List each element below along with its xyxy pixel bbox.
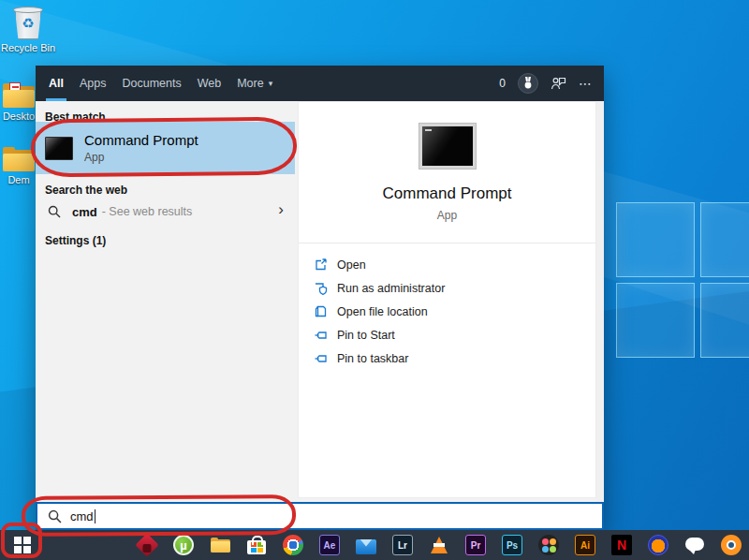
- desktop-icon-label: Recycle Bin: [1, 42, 55, 53]
- result-title: Command Prompt: [84, 132, 198, 148]
- detail-title: Command Prompt: [383, 184, 512, 203]
- wallpaper-windows-logo: [610, 199, 749, 358]
- action-run-as-administrator[interactable]: Run as administrator: [314, 276, 595, 300]
- cyberlink-icon[interactable]: [136, 534, 158, 556]
- tab-documents[interactable]: Documents: [122, 66, 181, 101]
- search-tabs-bar: All Apps Documents Web More ▾ 0 ⋯: [36, 66, 604, 101]
- desktop-icon-label: Deskto: [3, 111, 35, 122]
- music-app-icon[interactable]: [647, 534, 669, 556]
- more-options-icon[interactable]: ⋯: [579, 76, 593, 91]
- action-open-file-location[interactable]: Open file location: [314, 300, 595, 323]
- action-pin-to-taskbar[interactable]: Pin to taskbar: [314, 346, 595, 370]
- search-icon: [48, 205, 61, 218]
- text-cursor: [95, 509, 95, 523]
- action-pin-to-start[interactable]: Pin to Start: [314, 323, 595, 346]
- taskbar-apps: µ Ae Lr Pr Ps Ai N: [136, 530, 742, 560]
- mail-icon[interactable]: [355, 534, 377, 556]
- folder-location-icon: [314, 304, 328, 318]
- open-icon: [314, 258, 328, 272]
- chat-app-icon[interactable]: [683, 534, 706, 556]
- recycle-bin-icon: ♻: [12, 5, 44, 40]
- rewards-points-count: 0: [499, 77, 506, 90]
- start-search-panel: All Apps Documents Web More ▾ 0 ⋯ Best m…: [36, 66, 604, 530]
- detail-subtitle: App: [437, 209, 457, 222]
- web-query-suffix: - See web results: [102, 205, 193, 218]
- search-input[interactable]: cmd: [36, 502, 604, 530]
- desktop-icon-label: Dem: [7, 174, 29, 185]
- web-search-result[interactable]: cmd - See web results ›: [36, 197, 295, 227]
- best-match-result-command-prompt[interactable]: Command Prompt App: [36, 122, 295, 174]
- search-the-web-heading: Search the web: [45, 184, 127, 197]
- action-open[interactable]: Open: [314, 253, 595, 276]
- utorrent-icon[interactable]: µ: [172, 534, 195, 556]
- windows-logo-icon: [14, 537, 31, 553]
- after-effects-icon[interactable]: Ae: [318, 534, 341, 556]
- search-icon: [48, 509, 62, 523]
- start-button[interactable]: [8, 530, 37, 560]
- folder-with-pdf-icon: [2, 82, 36, 109]
- photoshop-icon[interactable]: Ps: [501, 534, 523, 556]
- windows-desktop: ♻ Recycle Bin Deskto Dem All Apps Docume…: [0, 0, 749, 560]
- web-query: cmd: [72, 205, 97, 219]
- folder-icon: [2, 146, 36, 172]
- tab-web[interactable]: Web: [198, 66, 221, 101]
- panel-right-gutter: [596, 101, 604, 502]
- davinci-resolve-icon[interactable]: [537, 534, 560, 556]
- tab-more[interactable]: More ▾: [237, 66, 272, 101]
- desktop-icon-recycle-bin[interactable]: ♻ Recycle Bin: [4, 5, 52, 53]
- netflix-icon[interactable]: N: [610, 534, 633, 556]
- result-detail-card: Command Prompt App Open Run as administr…: [298, 101, 596, 498]
- chevron-right-icon: ›: [278, 200, 284, 219]
- pin-icon: [314, 351, 328, 365]
- settings-heading: Settings (1): [45, 234, 106, 247]
- command-prompt-icon: [45, 137, 73, 160]
- chevron-down-icon: ▾: [269, 79, 273, 88]
- taskbar: µ Ae Lr Pr Ps Ai N: [0, 530, 749, 560]
- rewards-medal-icon[interactable]: [518, 73, 538, 94]
- admin-shield-icon: [314, 281, 328, 295]
- file-explorer-icon[interactable]: [209, 534, 231, 556]
- tab-all[interactable]: All: [49, 66, 64, 101]
- chrome-icon[interactable]: [282, 534, 304, 556]
- result-subtitle: App: [84, 151, 198, 164]
- illustrator-icon[interactable]: Ai: [574, 534, 596, 556]
- command-prompt-icon-large: [419, 123, 477, 169]
- lightroom-icon[interactable]: Lr: [391, 534, 414, 556]
- pin-icon: [314, 328, 328, 342]
- microsoft-store-icon[interactable]: [245, 534, 268, 556]
- search-input-value: cmd: [70, 509, 94, 523]
- feedback-icon[interactable]: [551, 76, 566, 91]
- premiere-pro-icon[interactable]: Pr: [464, 534, 487, 556]
- tab-apps[interactable]: Apps: [80, 66, 107, 101]
- vlc-icon[interactable]: [428, 534, 450, 556]
- blender-icon[interactable]: [720, 534, 742, 556]
